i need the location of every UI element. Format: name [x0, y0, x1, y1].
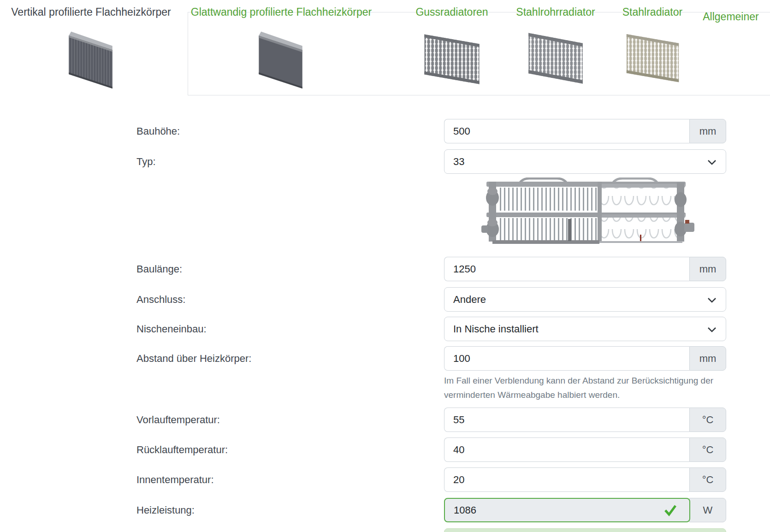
- typ-label: Typ:: [136, 149, 156, 174]
- abstand-help-text: Im Fall einer Verblendung kann der Absta…: [444, 373, 726, 402]
- tab-label: Stahlrohrradiator: [516, 6, 595, 18]
- anschluss-select-value: Andere: [453, 294, 486, 306]
- profiled-panel-radiator-image: [64, 22, 119, 91]
- nischeneinbau-label: Nischeneinbau:: [136, 317, 207, 341]
- abstand-label: Abstand über Heizkörper:: [136, 346, 251, 371]
- smooth-panel-radiator-image: [254, 22, 309, 91]
- tubular-steel-radiator-image: [523, 22, 588, 89]
- baulaenge-label: Baulänge:: [136, 257, 182, 281]
- form-row-heizleistung: Heizleistung: W: [0, 498, 770, 522]
- innentemperatur-unit-addon: °C: [689, 467, 726, 492]
- chevron-down-icon: [707, 297, 717, 303]
- nischeneinbau-select-value: In Nische installiert: [453, 323, 539, 335]
- form-row-abstand: Abstand über Heizkörper: mm: [0, 346, 770, 371]
- typ-select[interactable]: 33: [444, 149, 726, 174]
- baulaenge-input[interactable]: [444, 257, 689, 281]
- typ-33-radiator-preview-image: [461, 177, 703, 244]
- anschluss-label: Anschluss:: [136, 287, 185, 312]
- success-alert: [444, 528, 726, 532]
- form-row-nischeneinbau: Nischeneinbau: In Nische installiert: [0, 317, 770, 341]
- bauhoehe-unit-addon: mm: [689, 119, 726, 143]
- typ-select-value: 33: [453, 156, 464, 168]
- abstand-input[interactable]: [444, 346, 689, 371]
- tab-stahlradiator[interactable]: Stahlradiator: [606, 0, 699, 89]
- baulaenge-unit-addon: mm: [689, 257, 726, 281]
- form-row-innentemperatur: Innentemperatur: °C: [0, 467, 770, 492]
- heizleistung-label: Heizleistung:: [136, 498, 195, 522]
- form-row-anschluss: Anschluss: Andere: [0, 287, 770, 312]
- anschluss-select[interactable]: Andere: [444, 287, 726, 312]
- tab-gussradiatoren[interactable]: Gussradiatoren: [406, 0, 498, 89]
- tab-vertikal-profilierte-flachheizkoerper[interactable]: Vertikal profilierte Flachheizkörper: [0, 0, 182, 91]
- ruecklauftemperatur-label: Rücklauftemperatur:: [136, 437, 228, 462]
- form-row-vorlauftemperatur: Vorlauftemperatur: °C: [0, 408, 770, 432]
- cast-iron-radiator-image: [417, 22, 486, 89]
- innentemperatur-label: Innentemperatur:: [136, 467, 214, 492]
- chevron-down-icon: [707, 160, 717, 165]
- form-row-typ: Typ: 33: [0, 149, 770, 174]
- tab-stahlrohrradiator[interactable]: Stahlrohrradiator: [509, 0, 602, 89]
- tab-label: Glattwandig profilierte Flachheizkörper: [191, 6, 372, 18]
- vorlauftemperatur-input[interactable]: [444, 408, 689, 432]
- heizleistung-unit-addon: W: [689, 498, 726, 522]
- form-row-bauhoehe: Bauhöhe: mm: [0, 119, 770, 143]
- abstand-unit-addon: mm: [689, 346, 726, 371]
- nischeneinbau-select[interactable]: In Nische installiert: [444, 317, 726, 341]
- steel-radiator-image: [622, 22, 684, 89]
- chevron-down-icon: [707, 327, 717, 332]
- bauhoehe-input[interactable]: [444, 119, 689, 143]
- tab-label: Stahlradiator: [622, 6, 682, 18]
- ruecklauftemperatur-unit-addon: °C: [689, 437, 726, 462]
- tab-label: Allgemeiner: [703, 10, 758, 23]
- radiator-calculator-screen: Vertikal profilierte Flachheizkörper Gla…: [0, 0, 770, 532]
- tab-label: Vertikal profilierte Flachheizkörper: [11, 6, 171, 18]
- form-row-baulaenge: Baulänge: mm: [0, 257, 770, 281]
- innentemperatur-input[interactable]: [444, 467, 689, 492]
- heizleistung-input[interactable]: [444, 498, 690, 522]
- ruecklauftemperatur-input[interactable]: [444, 437, 689, 462]
- tab-label: Gussradiatoren: [415, 6, 488, 18]
- form-row-ruecklauftemperatur: Rücklauftemperatur: °C: [0, 437, 770, 462]
- tab-glattwandig-profilierte-flachheizkoerper[interactable]: Glattwandig profilierte Flachheizkörper: [189, 0, 373, 91]
- vorlauftemperatur-label: Vorlauftemperatur:: [136, 408, 220, 432]
- tab-allgemeiner[interactable]: Allgemeiner: [692, 0, 770, 23]
- bauhoehe-label: Bauhöhe:: [136, 119, 180, 143]
- vorlauftemperatur-unit-addon: °C: [689, 408, 726, 432]
